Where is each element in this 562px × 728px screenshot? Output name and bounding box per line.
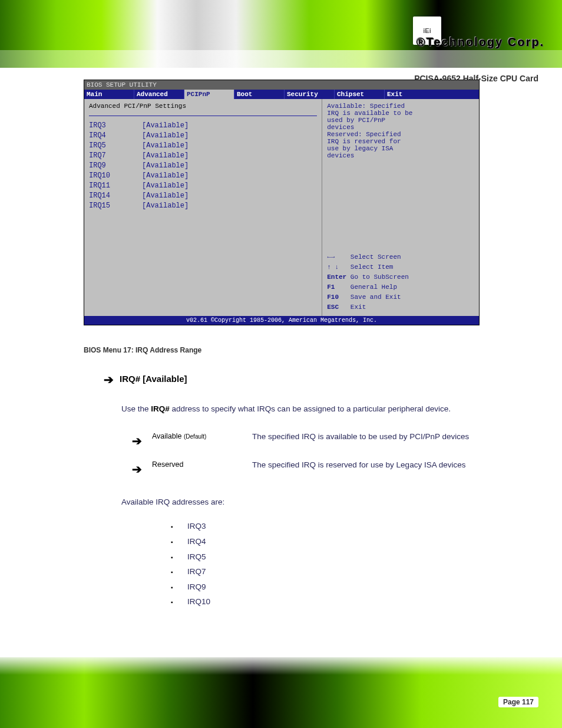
- arrow-right-icon: ➔: [132, 458, 152, 480]
- list-item: IRQ4: [171, 534, 481, 549]
- bios-irq-value: Available: [142, 181, 189, 191]
- help-line: devices: [327, 124, 474, 131]
- section-heading: ➔IRQ# [Available]: [104, 368, 481, 391]
- option-name: Available: [152, 432, 182, 440]
- list-item: IRQ7: [171, 564, 481, 579]
- option-row-available: ➔ Available (Default) The specified IRQ …: [132, 430, 481, 452]
- irq-address-list: IRQ3IRQ4IRQ5IRQ7IRQ9IRQ10: [171, 519, 481, 610]
- key-desc: Select Screen: [351, 253, 401, 261]
- option-label: Available (Default): [152, 430, 252, 444]
- bios-window-title: BIOS SETUP UTILITY: [84, 80, 479, 90]
- bios-tab-boot[interactable]: Boot: [234, 90, 285, 99]
- bios-key-legend: ←→ Select Screen ↑ ↓ Select Item Enter G…: [327, 252, 474, 312]
- brand-company-text: ®Technology Corp.: [416, 35, 544, 49]
- top-banner: iEi ®Technology Corp.: [0, 0, 562, 68]
- paragraph: Use the IRQ# address to specify what IRQ…: [121, 401, 481, 417]
- bios-irq-label: IRQ11: [89, 181, 142, 191]
- doc-content: ➔IRQ# [Available] Use the IRQ# address t…: [104, 368, 481, 610]
- bios-irq-value: Available: [142, 131, 189, 141]
- figure-caption: BIOS Menu 17: IRQ Address Range: [84, 346, 201, 354]
- bios-irq-value: Available: [142, 191, 189, 201]
- bios-irq-value: Available: [142, 121, 189, 131]
- bios-tab-exit[interactable]: Exit: [385, 90, 479, 99]
- help-line: used by PCI/PnP: [327, 117, 474, 124]
- bios-tab-security[interactable]: Security: [285, 90, 335, 99]
- bios-body: Advanced PCI/PnP Settings IRQ3AvailableI…: [84, 99, 479, 316]
- option-default-tag: (Default): [184, 433, 206, 440]
- bios-tab-chipset[interactable]: Chipset: [335, 90, 385, 99]
- arrow-right-icon: ➔: [132, 430, 152, 452]
- bios-irq-value: Available: [142, 161, 189, 171]
- bios-irq-row[interactable]: IRQ5Available: [89, 141, 317, 151]
- arrow-left-right-icon: ←→: [327, 253, 335, 261]
- help-line: IRQ is available to be: [327, 110, 474, 117]
- bios-irq-label: IRQ5: [89, 141, 142, 151]
- bios-irq-label: IRQ4: [89, 131, 142, 141]
- help-line: IRQ is reserved for: [327, 138, 474, 145]
- key-desc: Select Item: [351, 263, 394, 271]
- key-desc: Save and Exit: [351, 294, 401, 301]
- list-item: IRQ3: [171, 519, 481, 534]
- bios-subtitle: Advanced PCI/PnP Settings: [89, 103, 317, 110]
- bios-irq-row[interactable]: IRQ10Available: [89, 171, 317, 181]
- key-label: F1: [327, 284, 335, 291]
- arrow-right-icon: ➔: [104, 368, 114, 391]
- banner-highlight: [0, 50, 562, 68]
- bios-tab-main[interactable]: Main: [84, 90, 134, 99]
- key-label: ESC: [327, 304, 339, 311]
- bios-irq-value: Available: [142, 151, 189, 161]
- bios-irq-label: IRQ15: [89, 201, 142, 211]
- bios-irq-row[interactable]: IRQ15Available: [89, 201, 317, 211]
- page-body: PCISA-9652 Half-Size CPU Card BIOS SETUP…: [0, 68, 562, 728]
- key-desc: General Help: [351, 284, 397, 291]
- option-desc: The specified IRQ is available to be use…: [252, 430, 481, 444]
- bios-setup-window: BIOS SETUP UTILITY Main Advanced PCIPnP …: [84, 80, 480, 325]
- brand-logo-text: iEi: [423, 27, 431, 34]
- help-line: devices: [327, 152, 474, 159]
- bios-tab-pcipnp[interactable]: PCIPnP: [184, 90, 234, 99]
- heading-text: IRQ# [Available]: [120, 374, 187, 384]
- bios-irq-label: IRQ3: [89, 121, 142, 131]
- bios-irq-label: IRQ10: [89, 171, 142, 181]
- option-row-reserved: ➔ Reserved The specified IRQ is reserved…: [132, 458, 481, 480]
- text: address to specify what IRQs can be assi…: [170, 404, 451, 413]
- option-name: Reserved: [152, 460, 184, 469]
- bios-tab-bar: Main Advanced PCIPnP Boot Security Chips…: [84, 90, 479, 99]
- list-item: IRQ10: [171, 594, 481, 610]
- key-label: Enter: [327, 274, 346, 281]
- key-label: F10: [327, 294, 339, 301]
- bios-irq-row[interactable]: IRQ11Available: [89, 181, 317, 191]
- bios-irq-value: Available: [142, 201, 189, 211]
- bios-help-pane: Available: Specified IRQ is available to…: [322, 99, 479, 316]
- bios-irq-value: Available: [142, 141, 189, 151]
- help-line: use by legacy ISA: [327, 145, 474, 152]
- bios-irq-row[interactable]: IRQ7Available: [89, 151, 317, 161]
- list-item: IRQ9: [171, 579, 481, 595]
- available-intro: Available IRQ addresses are:: [121, 495, 481, 510]
- help-line: Reserved: Specified: [327, 131, 474, 138]
- page-number: Page 117: [498, 697, 538, 707]
- bios-irq-row[interactable]: IRQ4Available: [89, 131, 317, 141]
- bios-irq-label: IRQ9: [89, 161, 142, 171]
- bottom-banner: Page 117: [0, 657, 562, 728]
- key-desc: Exit: [351, 304, 366, 311]
- bios-irq-label: IRQ14: [89, 191, 142, 201]
- key-desc: Go to SubScreen: [351, 274, 409, 281]
- list-item: IRQ5: [171, 549, 481, 565]
- bios-divider: [89, 116, 317, 116]
- arrow-up-down-icon: ↑ ↓: [327, 263, 339, 271]
- bios-irq-row[interactable]: IRQ14Available: [89, 191, 317, 201]
- option-desc: The specified IRQ is reserved for use by…: [252, 458, 481, 473]
- bios-irq-row[interactable]: IRQ9Available: [89, 161, 317, 171]
- bios-footer: v02.61 ©Copyright 1985-2006, American Me…: [84, 316, 479, 325]
- option-label: Reserved: [152, 458, 252, 472]
- bios-left-pane: Advanced PCI/PnP Settings IRQ3AvailableI…: [84, 99, 322, 316]
- bios-tab-advanced[interactable]: Advanced: [134, 90, 184, 99]
- bios-irq-value: Available: [142, 171, 189, 181]
- text: Use the: [121, 404, 151, 413]
- bios-irq-row[interactable]: IRQ3Available: [89, 121, 317, 131]
- bios-irq-label: IRQ7: [89, 151, 142, 161]
- help-line: Available: Specified: [327, 103, 474, 110]
- text-bold: IRQ#: [151, 404, 170, 413]
